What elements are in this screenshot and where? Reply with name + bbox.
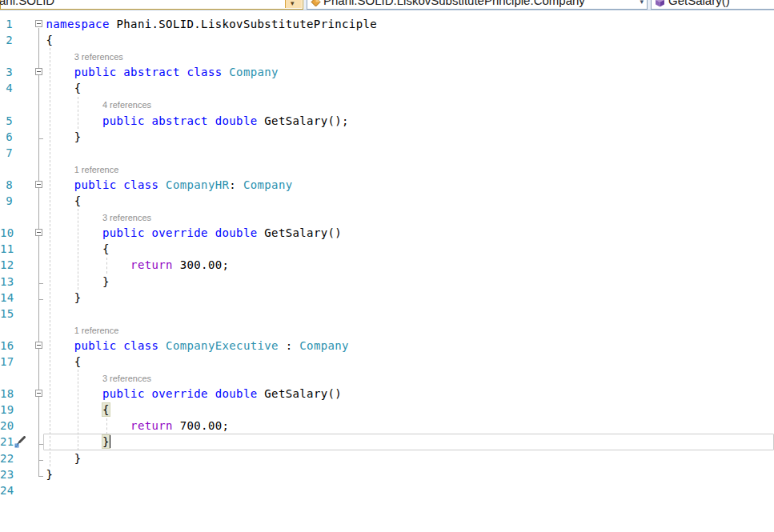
code-line[interactable]: public abstract double GetSalary(); (43, 113, 774, 129)
code-token: public (74, 178, 117, 191)
project-dropdown[interactable]: ani.SOLID ▾ (0, 0, 303, 10)
codelens-references-link[interactable]: 3 references (102, 374, 151, 383)
glyph-margin (13, 450, 30, 466)
project-dropdown-button[interactable]: ▾ (285, 0, 302, 8)
matched-brace-token: { (102, 403, 110, 416)
code-line[interactable]: } (43, 450, 774, 466)
outlining-margin (30, 482, 43, 498)
code-token (116, 66, 123, 78)
member-dropdown[interactable]: GetSalary() (651, 0, 774, 10)
codelens-text-container[interactable]: 3 references (43, 48, 774, 64)
code-token: public (102, 114, 145, 127)
indent-guide (78, 209, 78, 290)
code-line[interactable]: public override double GetSalary() (43, 225, 774, 241)
method-icon (655, 0, 665, 6)
codelens-row: 4 references (0, 96, 774, 112)
codelens-references-link[interactable]: 1 reference (74, 165, 119, 174)
code-row: 23} (0, 466, 774, 482)
code-editor[interactable]: 1namespace Phani.SOLID.LiskovSubstituteP… (0, 11, 774, 532)
line-number: 6 (0, 129, 13, 145)
code-line[interactable]: { (43, 241, 774, 257)
collapse-minus-icon[interactable] (35, 181, 42, 188)
code-token: override (152, 387, 208, 400)
code-token (208, 387, 215, 400)
code-row: 5public abstract double GetSalary(); (0, 113, 774, 129)
matched-brace-token: } (102, 435, 110, 448)
code-token: CompanyExecutive (166, 339, 279, 352)
code-line[interactable]: { (43, 354, 774, 370)
code-line[interactable]: namespace Phani.SOLID.LiskovSubstitutePr… (43, 16, 774, 32)
chevron-down-icon: ▾ (291, 0, 295, 7)
codelens-references-link[interactable]: 3 references (102, 213, 151, 222)
code-line[interactable]: public class CompanyExecutive : Company (43, 338, 774, 354)
codelens-text-container[interactable]: 3 references (43, 370, 774, 386)
code-token: GetSalary() (258, 387, 343, 400)
code-line[interactable] (43, 145, 774, 161)
code-token: } (74, 452, 82, 465)
line-number: 18 (0, 386, 13, 402)
line-number: 20 (0, 418, 13, 434)
indent-guide (106, 258, 107, 274)
code-line[interactable] (43, 482, 774, 498)
line-number (0, 96, 13, 112)
code-token: public (74, 66, 117, 78)
code-line[interactable]: { (43, 402, 774, 418)
line-number (0, 48, 13, 64)
codelens-references-link[interactable]: 3 references (74, 52, 123, 62)
code-line[interactable]: } (43, 434, 774, 450)
code-line[interactable]: } (43, 274, 774, 290)
code-row: 24 (0, 482, 774, 498)
line-number: 16 (0, 338, 13, 354)
line-number: 19 (0, 402, 13, 418)
code-line[interactable]: } (43, 290, 774, 306)
indent-guide (106, 418, 107, 434)
code-line[interactable]: { (43, 32, 774, 48)
codelens-text-container[interactable]: 3 references (43, 209, 774, 225)
code-token: } (74, 130, 82, 143)
codelens-text-container[interactable]: 4 references (43, 96, 774, 112)
collapse-minus-icon[interactable] (35, 68, 42, 75)
line-number: 21 (0, 434, 13, 450)
code-line[interactable]: } (43, 129, 774, 145)
collapse-minus-icon[interactable] (35, 20, 42, 27)
codelens-text-container[interactable]: 1 reference (43, 161, 774, 177)
code-token: Company (299, 339, 349, 352)
code-line[interactable]: return 300.00; (43, 257, 774, 273)
code-line[interactable] (43, 306, 774, 322)
collapse-minus-icon[interactable] (35, 229, 42, 236)
line-number: 10 (0, 225, 13, 241)
code-token (116, 339, 123, 352)
code-row: 7 (0, 145, 774, 161)
code-token: : (229, 178, 243, 191)
collapse-minus-icon[interactable] (35, 390, 42, 397)
codelens-references-link[interactable]: 1 reference (74, 326, 119, 335)
code-row: 1namespace Phani.SOLID.LiskovSubstituteP… (0, 16, 774, 32)
codelens-text-container[interactable]: 1 reference (43, 322, 774, 338)
glyph-margin (13, 386, 30, 402)
code-row: 2{ (0, 32, 774, 48)
code-token: return (130, 258, 173, 271)
code-token: { (46, 34, 54, 46)
glyph-margin (13, 338, 30, 354)
code-token: return (130, 419, 173, 432)
code-token: { (74, 82, 82, 94)
code-line[interactable]: } (43, 466, 774, 482)
code-line[interactable]: { (43, 80, 774, 96)
codelens-references-link[interactable]: 4 references (102, 100, 151, 110)
code-line[interactable]: { (43, 193, 774, 209)
glyph-margin (13, 434, 30, 450)
code-row: 11{ (0, 241, 774, 257)
code-token: Company (229, 66, 279, 78)
line-number: 17 (0, 354, 13, 370)
code-line[interactable]: public class CompanyHR: Company (43, 177, 774, 193)
type-dropdown[interactable]: Phani.SOLID.LiskovSubstitutePrinciple.Co… (307, 0, 648, 10)
code-token (208, 114, 215, 127)
code-line[interactable]: public override double GetSalary() (43, 386, 774, 402)
glyph-margin (13, 129, 30, 145)
outline-region-line (38, 398, 43, 444)
code-row: 4{ (0, 80, 774, 96)
code-line[interactable]: public abstract class Company (43, 64, 774, 80)
code-line[interactable]: return 700.00; (43, 418, 774, 434)
glyph-margin (13, 96, 30, 112)
collapse-minus-icon[interactable] (35, 342, 42, 349)
